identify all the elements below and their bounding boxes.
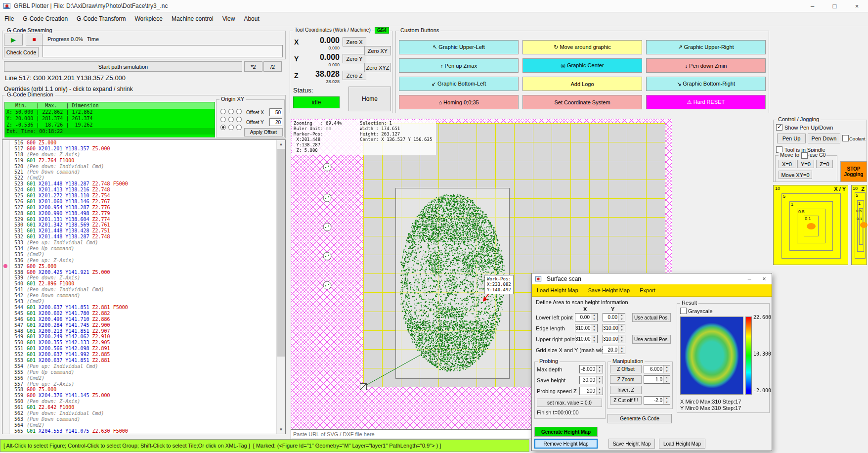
jog-step-5[interactable]: 5 (783, 194, 785, 199)
spin-down-icon[interactable]: ▼ (619, 350, 625, 354)
custom-button-homing-0-0-35[interactable]: ⌂ Homing 0;0;35 (399, 95, 519, 109)
custom-button-graphic-bottom-right[interactable]: ↘ Graphic Bottom-Right (646, 77, 766, 91)
gcode-line-538[interactable]: 538G00 X200.425 Y141.921 Z5.000 (2, 270, 285, 275)
zero-z-button[interactable]: Zero Z (343, 71, 366, 80)
jog-z-step-1[interactable]: 1 (858, 201, 861, 206)
gcode-line-550[interactable]: 550G01 X200.355 Y142.133 Z2.905 (2, 340, 285, 346)
spin-up-icon[interactable]: ▲ (591, 335, 597, 339)
spinner-arrows[interactable]: ▲▼ (663, 397, 670, 404)
jog-step-01[interactable]: 0.1 (805, 216, 811, 221)
spin-down-icon[interactable]: ▼ (619, 317, 625, 321)
manip-input-3[interactable]: -2.0▲▼ (644, 396, 670, 405)
gcode-line-556[interactable]: 556(Cmd2) (2, 375, 285, 381)
scan-y-input-2[interactable]: 310.00▲▼ (603, 335, 625, 343)
custom-button-hard-reset[interactable]: ⚠ Hard RESET (646, 95, 766, 109)
use-g0-checkbox[interactable] (801, 152, 808, 159)
manip-button-invert-z[interactable]: Invert Z (610, 386, 642, 394)
scan-x-input-2[interactable]: 310.00▲▼ (575, 335, 598, 343)
scan-x-input-0[interactable]: 0.00▲▼ (575, 313, 598, 321)
gcode-line-539[interactable]: 539(Pen down: Z-Axis) (2, 275, 285, 281)
gcode-line-537[interactable]: 537G00 Z5.000 (2, 264, 285, 270)
spinner-arrows[interactable]: ▲▼ (591, 324, 597, 332)
custom-button-graphic-upper-right[interactable]: ↗ Graphic Upper-Right (646, 40, 766, 54)
gcode-line-529[interactable]: 529G01 X201.131 Y138.604 Z2.774 (2, 217, 285, 223)
use-actual-pos-button-0[interactable]: Use actual Pos. (632, 313, 671, 322)
gcode-line-557[interactable]: 557(Pen up: Z-Axis) (2, 381, 285, 387)
spin-down-icon[interactable]: ▼ (619, 328, 625, 332)
gcode-line-544[interactable]: 544G01 X200.637 Y141.851 Z2.881 F5000 (2, 305, 285, 311)
spin-up-icon[interactable]: ▲ (619, 335, 625, 339)
probing-input-1[interactable]: 30.00▲▼ (579, 376, 603, 384)
offset-y-input[interactable] (269, 118, 282, 126)
jog-z-step-10[interactable]: 10 (853, 186, 858, 191)
gcode-line-516[interactable]: 516G00 Z5.000 (2, 140, 285, 146)
gcode-line-546[interactable]: 546G01 X200.496 Y141.710 Z2.886 (2, 317, 285, 322)
custom-button-set-coordinate-system[interactable]: Set Coordinate System (522, 95, 642, 109)
gcode-scrollbar[interactable]: ▲ ▼ (276, 140, 285, 434)
spinner-arrows[interactable]: ▲▼ (596, 387, 603, 395)
apply-offset-button[interactable]: Apply Offset (244, 128, 283, 136)
gcode-line-553[interactable]: 553G01 X200.637 Y141.851 Z2.881 (2, 358, 285, 363)
jog-z-step-05[interactable]: 0.5 (856, 209, 862, 213)
spinner-arrows[interactable]: ▲▼ (618, 314, 625, 321)
menu-machine-control[interactable]: Machine control (167, 12, 218, 26)
spin-down-icon[interactable]: ▼ (664, 401, 670, 405)
spinner-arrows[interactable]: ▲▼ (591, 335, 597, 343)
spin-down-icon[interactable]: ▼ (597, 391, 603, 395)
zero-x-button[interactable]: Zero X (343, 37, 366, 46)
menu-workpiece[interactable]: Workpiece (130, 12, 167, 26)
manip-input-1[interactable]: 1.0▲▼ (644, 375, 670, 384)
use-actual-pos-button-2[interactable]: Use actual Pos. (632, 335, 671, 344)
spin-up-icon[interactable]: ▲ (597, 376, 603, 380)
gcode-line-565[interactable]: 565G01 X204.553 Y141.075 Z2.630 F5000 (2, 428, 285, 434)
scan-y-input-1[interactable]: 310.00▲▼ (603, 324, 625, 332)
jog-step-1[interactable]: 1 (791, 202, 793, 207)
menu-file[interactable]: File (0, 12, 18, 26)
spin-down-icon[interactable]: ▼ (597, 369, 603, 373)
spin-down-icon[interactable]: ▼ (591, 317, 597, 321)
gcode-line-545[interactable]: 545G01 X200.602 Y141.780 Z2.882 (2, 311, 285, 317)
simulation-speed-down-button[interactable]: /2 (263, 61, 282, 72)
spin-up-icon[interactable]: ▲ (664, 397, 670, 401)
menu-about[interactable]: About (239, 12, 263, 26)
gcode-line-531[interactable]: 531G01 X201.448 Y138.428 Z2.751 (2, 228, 285, 234)
scroll-down-icon[interactable]: ▼ (277, 425, 285, 434)
menu-g-code-creation[interactable]: G-Code Creation (18, 12, 72, 26)
gcode-line-536[interactable]: 536(Pen up: Z-Axis) (2, 258, 285, 264)
gcode-line-518[interactable]: 518(Pen down: Z-Axis) (2, 152, 285, 158)
jog-z-pad[interactable]: 10 Z 5 1 0.5 0.1 (851, 185, 867, 265)
custom-button-graphic-center[interactable]: ◎ Graphic Center (522, 58, 642, 73)
spin-up-icon[interactable]: ▲ (664, 376, 670, 380)
custom-button-graphic-bottom-left[interactable]: ↙ Graphic Bottom-Left (399, 77, 519, 91)
pen-down-button[interactable]: Pen Down (808, 134, 840, 143)
manip-button-z-zoom[interactable]: Z Zoom (610, 375, 642, 384)
custom-button-pen-up-zmax[interactable]: ↑ Pen up Zmax (399, 58, 519, 73)
spinner-arrows[interactable]: ▲▼ (618, 346, 625, 354)
gcode-line-543[interactable]: 543(Cmd2) (2, 299, 285, 305)
scroll-thumb[interactable] (277, 149, 285, 357)
gcode-line-532[interactable]: 532G01 X201.448 Y138.287 Z2.748 (2, 234, 285, 240)
close-button[interactable]: × (846, 0, 868, 12)
jog-step-05[interactable]: 0.5 (798, 209, 805, 214)
spinner-arrows[interactable]: ▲▼ (591, 314, 597, 321)
spin-up-icon[interactable]: ▲ (619, 324, 625, 328)
generate-height-map-button[interactable]: Generate Height Map (534, 427, 598, 437)
save-height-map-button[interactable]: Save Height Map (608, 439, 655, 449)
spinner-arrows[interactable]: ▲▼ (663, 376, 670, 383)
gcode-line-519[interactable]: 519G01 Z2.764 F1000 (2, 158, 285, 164)
gcode-line-530[interactable]: 530G01 X201.342 Y138.569 Z2.761 (2, 222, 285, 228)
grayscale-checkbox[interactable] (680, 308, 687, 314)
jog-z-step-01[interactable]: 0.1 (857, 217, 862, 221)
spin-up-icon[interactable]: ▲ (664, 365, 670, 369)
gcode-line-549[interactable]: 549G01 X200.249 Y142.062 Z2.910 (2, 334, 285, 340)
move-x0-button[interactable]: X=0 (779, 160, 795, 168)
stop-stream-button[interactable]: ■ (26, 34, 43, 45)
gcode-line-540[interactable]: 540G01 Z2.896 F1000 (2, 281, 285, 287)
jog-step-10[interactable]: 10 (775, 186, 780, 191)
offset-x-input[interactable] (269, 108, 282, 116)
gcode-line-552[interactable]: 552G01 X200.637 Y141.992 Z2.885 (2, 352, 285, 358)
gcode-line-533[interactable]: 533(Pen up: Individual Cmd) (2, 240, 285, 246)
gcode-line-523[interactable]: 523G01 X201.448 Y138.287 Z2.748 F5000 (2, 181, 285, 187)
home-button[interactable]: Home (348, 87, 391, 111)
origin-radio-8[interactable] (236, 125, 242, 130)
